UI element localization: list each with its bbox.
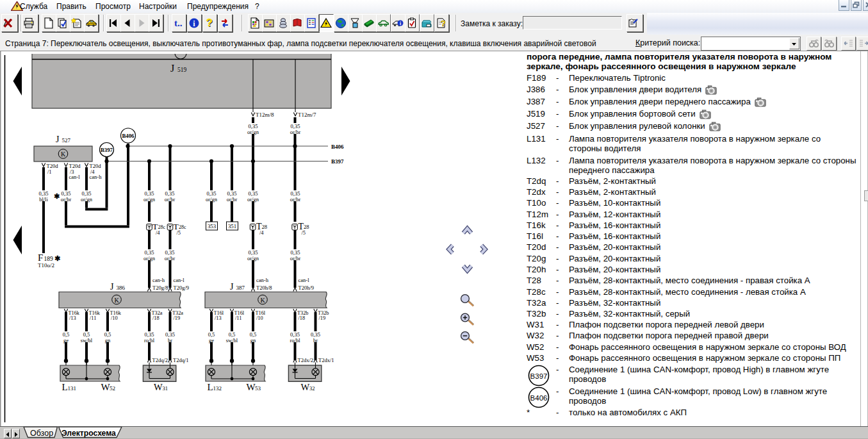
svg-text:Электросхема: Электросхема bbox=[61, 429, 116, 438]
svg-text:t..: t.. bbox=[174, 18, 183, 28]
svg-text:i: i bbox=[400, 21, 401, 26]
svg-text:?: ? bbox=[206, 17, 213, 29]
svg-text:Обзор: Обзор bbox=[30, 429, 53, 438]
svg-text:?: ? bbox=[441, 19, 446, 28]
